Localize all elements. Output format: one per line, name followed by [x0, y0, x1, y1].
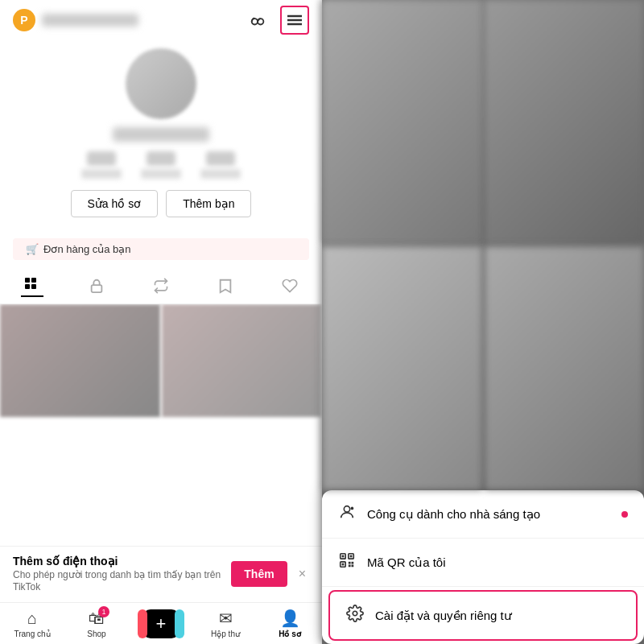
following-stat	[81, 151, 122, 179]
banner-add-button[interactable]: Thêm	[231, 561, 287, 587]
home-icon: ⌂	[27, 609, 37, 628]
followers-stat	[141, 151, 181, 179]
tab-lock[interactable]	[85, 275, 108, 297]
shop-label: Shop	[87, 630, 105, 638]
blur-img-2	[485, 0, 645, 244]
notification-banner: Thêm số điện thoại Cho phép người trong …	[0, 546, 322, 602]
banner-description: Cho phép người trong danh bạ tìm thấy bạ…	[13, 569, 223, 594]
top-bar-right	[245, 6, 309, 35]
banner-title: Thêm số điện thoại	[13, 555, 223, 568]
home-label: Trang chủ	[14, 630, 50, 638]
p-badge: P	[13, 9, 35, 31]
svg-rect-16	[350, 555, 353, 558]
add-friend-button[interactable]: Thêm bạn	[166, 190, 251, 217]
profile-section: Sửa hồ sơ Thêm bạn	[0, 40, 322, 238]
nav-home[interactable]: ⌂ Trang chủ	[0, 603, 64, 644]
dropdown-menu: Công cụ dành cho nhà sáng tạo	[322, 490, 644, 644]
nav-shop[interactable]: 🛍 1 Shop	[64, 603, 129, 644]
order-bar[interactable]: 🛒 Đơn hàng của bạn	[13, 238, 309, 260]
nav-profile[interactable]: 👤 Hồ sơ	[258, 603, 322, 644]
svg-rect-6	[31, 278, 36, 283]
svg-rect-15	[342, 555, 345, 558]
svg-rect-5	[25, 278, 30, 283]
creator-dot	[621, 511, 628, 518]
nav-create[interactable]: +	[129, 603, 193, 644]
settings-text: Cài đặt và quyền riêng tư	[375, 609, 620, 623]
profile-label: Hồ sơ	[279, 630, 301, 638]
tab-repost[interactable]	[150, 275, 172, 297]
display-name	[113, 127, 209, 142]
inbox-label: Hộp thư	[211, 630, 240, 638]
tab-row	[0, 268, 322, 304]
likes-stat	[200, 151, 241, 179]
blur-img-1	[322, 0, 482, 244]
plus-icon: +	[156, 613, 167, 634]
menu-item-qr[interactable]: Mã QR của tôi	[322, 539, 644, 587]
svg-rect-21	[349, 565, 351, 568]
grid-cell-2[interactable]	[162, 304, 322, 417]
top-bar-left: P	[13, 9, 138, 31]
profile-icon: 👤	[280, 609, 300, 628]
glasses-icon-btn[interactable]	[245, 7, 270, 33]
shop-icon: 🛍 1	[89, 609, 105, 628]
creator-text: Công cụ dành cho nhà sáng tạo	[367, 507, 610, 522]
blur-images-area	[322, 0, 644, 490]
banner-text: Thêm số điện thoại Cho phép người trong …	[13, 555, 223, 594]
svg-rect-8	[31, 284, 36, 289]
bottom-nav: ⌂ Trang chủ 🛍 1 Shop + ✉ Hộp thư 👤	[0, 602, 322, 644]
top-bar: P	[0, 0, 322, 40]
svg-rect-22	[352, 565, 354, 568]
order-text: Đơn hàng của bạn	[43, 243, 131, 255]
right-panel: Công cụ dành cho nhà sáng tạo	[322, 0, 644, 644]
svg-rect-9	[92, 285, 102, 292]
tab-liked[interactable]	[279, 275, 301, 297]
svg-rect-19	[349, 562, 351, 564]
creator-icon	[338, 503, 356, 525]
settings-icon	[346, 605, 364, 626]
action-buttons: Sửa hồ sơ Thêm bạn	[71, 190, 252, 217]
hamburger-menu-button[interactable]	[280, 6, 309, 35]
qr-text: Mã QR của tôi	[367, 555, 628, 570]
menu-item-creator[interactable]: Công cụ dành cho nhà sáng tạo	[322, 490, 644, 539]
nav-inbox[interactable]: ✉ Hộp thư	[193, 603, 258, 644]
qr-icon	[338, 551, 356, 573]
svg-point-10	[344, 506, 349, 512]
edit-profile-button[interactable]: Sửa hồ sơ	[71, 190, 159, 217]
tab-grid[interactable]	[21, 275, 43, 297]
stats-row	[81, 151, 241, 179]
avatar	[126, 48, 196, 119]
shop-badge: 1	[98, 606, 109, 617]
svg-point-11	[351, 507, 354, 510]
create-button[interactable]: +	[142, 609, 180, 638]
svg-point-23	[353, 611, 357, 616]
right-content: Công cụ dành cho nhà sáng tạo	[322, 0, 644, 644]
cart-icon: 🛒	[26, 243, 39, 255]
blur-img-3	[322, 246, 482, 490]
grid-cell-1[interactable]	[0, 304, 160, 417]
svg-rect-7	[25, 284, 30, 289]
tab-bookmark[interactable]	[214, 275, 237, 297]
inbox-icon: ✉	[219, 609, 233, 628]
menu-item-settings[interactable]: Cài đặt và quyền riêng tư	[328, 590, 638, 641]
svg-rect-17	[342, 564, 345, 566]
banner-close-button[interactable]: ×	[295, 564, 309, 584]
blur-img-4	[485, 246, 645, 490]
username-blur	[42, 14, 138, 27]
left-panel: P	[0, 0, 322, 644]
svg-rect-20	[352, 562, 354, 564]
